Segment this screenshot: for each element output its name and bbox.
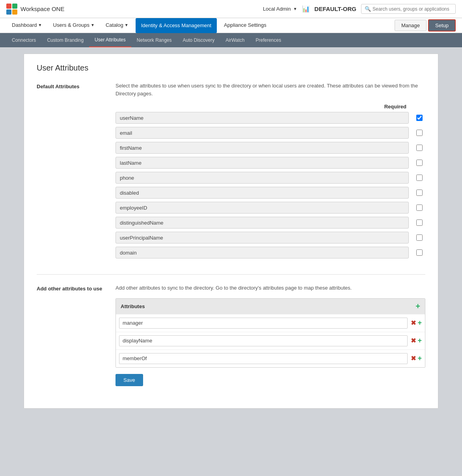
add-attributes-content: Add other attributes to sync to the dire… bbox=[116, 284, 425, 386]
add-attr-row-displayname: ✖ + bbox=[116, 332, 425, 350]
manage-button[interactable]: Manage bbox=[395, 20, 427, 31]
delete-displayname-button[interactable]: ✖ bbox=[411, 337, 416, 344]
checkbox-cell-distinguishedname[interactable] bbox=[414, 219, 425, 226]
add-after-displayname-button[interactable]: + bbox=[417, 337, 422, 345]
nav-iam[interactable]: Identity & Access Management bbox=[136, 18, 217, 33]
checkbox-cell-phone[interactable] bbox=[414, 175, 425, 181]
checkbox-distinguishedname[interactable] bbox=[416, 219, 423, 226]
search-input[interactable] bbox=[373, 6, 452, 12]
primary-nav: Dashboard ▼ Users & Groups ▼ Catalog ▼ I… bbox=[0, 18, 462, 33]
top-bar: Workspace ONE Local Admin ▼ 📊 DEFAULT-OR… bbox=[0, 0, 462, 18]
attr-row-username bbox=[116, 112, 425, 124]
checkbox-disabled[interactable] bbox=[416, 190, 423, 196]
default-attributes-section: Default Attributes Select the attributes… bbox=[37, 82, 425, 262]
chevron-down-icon: ▼ bbox=[91, 23, 95, 27]
add-attributes-label: Add other attributes to use bbox=[37, 284, 116, 386]
chart-icon: 📊 bbox=[302, 5, 310, 13]
page-title: User Attributes bbox=[37, 63, 425, 73]
add-attribute-header-button[interactable]: + bbox=[415, 302, 420, 311]
attr-required-header: Required bbox=[116, 104, 425, 110]
attr-row-distinguishedname bbox=[116, 217, 425, 229]
add-attr-input-memberof[interactable] bbox=[119, 353, 408, 364]
checkbox-employeeid[interactable] bbox=[416, 205, 423, 211]
attr-input-lastname bbox=[116, 157, 409, 169]
search-box[interactable]: 🔍 bbox=[361, 4, 456, 14]
app-logo bbox=[6, 4, 17, 15]
save-button[interactable]: Save bbox=[116, 374, 143, 386]
top-bar-left: Workspace ONE bbox=[6, 4, 64, 15]
checkbox-cell-lastname[interactable] bbox=[414, 160, 425, 166]
checkbox-lastname[interactable] bbox=[416, 160, 423, 166]
attr-input-employeeid bbox=[116, 202, 409, 214]
checkbox-email[interactable] bbox=[416, 130, 423, 136]
app-title: Workspace ONE bbox=[20, 6, 64, 12]
attr-input-userprincipalname bbox=[116, 232, 409, 244]
chevron-down-icon: ▼ bbox=[38, 23, 42, 27]
attr-row-domain bbox=[116, 247, 425, 258]
add-attributes-section: Add other attributes to use Add other at… bbox=[37, 284, 425, 386]
add-attributes-desc: Add other attributes to sync to the dire… bbox=[116, 284, 425, 292]
attr-input-phone bbox=[116, 172, 409, 184]
admin-link[interactable]: Local Admin ▼ bbox=[263, 6, 297, 12]
checkbox-domain[interactable] bbox=[416, 249, 423, 256]
add-attr-header-label: Attributes bbox=[121, 303, 145, 309]
default-attributes-label: Default Attributes bbox=[37, 82, 116, 262]
sec-nav-preferences[interactable]: Preferences bbox=[250, 33, 287, 47]
secondary-nav: Connectors Custom Branding User Attribut… bbox=[0, 33, 462, 47]
add-attr-actions-memberof: ✖ + bbox=[411, 354, 422, 363]
default-attributes-content: Select the attributes to use when users … bbox=[116, 82, 425, 262]
sec-nav-connectors[interactable]: Connectors bbox=[6, 33, 41, 47]
delete-memberof-button[interactable]: ✖ bbox=[411, 355, 416, 362]
checkbox-cell-domain[interactable] bbox=[414, 249, 425, 256]
checkbox-cell-firstname[interactable] bbox=[414, 145, 425, 151]
attr-input-distinguishedname bbox=[116, 217, 409, 229]
add-after-memberof-button[interactable]: + bbox=[417, 354, 422, 363]
delete-manager-button[interactable]: ✖ bbox=[411, 319, 416, 327]
content-outer: User Attributes Default Attributes Selec… bbox=[0, 47, 462, 476]
nav-catalog[interactable]: Catalog ▼ bbox=[100, 18, 134, 33]
attr-row-lastname bbox=[116, 157, 425, 169]
org-name: DEFAULT-ORG bbox=[315, 6, 356, 12]
chevron-down-icon: ▼ bbox=[125, 23, 129, 27]
checkbox-cell-username[interactable] bbox=[414, 115, 425, 121]
attr-input-email bbox=[116, 127, 409, 139]
nav-users-groups[interactable]: Users & Groups ▼ bbox=[48, 18, 100, 33]
attr-row-email bbox=[116, 127, 425, 139]
admin-dropdown-icon: ▼ bbox=[293, 7, 297, 11]
add-attr-table-header: Attributes + bbox=[116, 299, 425, 314]
checkbox-phone[interactable] bbox=[416, 175, 423, 181]
checkbox-userprincipalname[interactable] bbox=[416, 234, 423, 241]
checkbox-username[interactable] bbox=[416, 115, 423, 121]
setup-button[interactable]: Setup bbox=[428, 19, 456, 32]
attr-input-domain bbox=[116, 247, 409, 258]
sec-nav-network-ranges[interactable]: Network Ranges bbox=[131, 33, 177, 47]
top-bar-right: Local Admin ▼ 📊 DEFAULT-ORG 🔍 bbox=[263, 4, 456, 14]
checkbox-firstname[interactable] bbox=[416, 145, 423, 151]
add-attr-row-memberof: ✖ + bbox=[116, 350, 425, 367]
nav-appliance[interactable]: Appliance Settings bbox=[218, 18, 272, 33]
attr-row-disabled bbox=[116, 187, 425, 199]
checkbox-cell-employeeid[interactable] bbox=[414, 205, 425, 211]
default-attributes-desc: Select the attributes to use when users … bbox=[116, 82, 425, 97]
add-attr-input-manager[interactable] bbox=[119, 318, 408, 329]
checkbox-cell-email[interactable] bbox=[414, 130, 425, 136]
nav-dashboard[interactable]: Dashboard ▼ bbox=[6, 18, 48, 33]
search-icon: 🔍 bbox=[365, 6, 371, 12]
sec-nav-custom-branding[interactable]: Custom Branding bbox=[41, 33, 89, 47]
checkbox-cell-disabled[interactable] bbox=[414, 190, 425, 196]
nav-right: Manage Setup bbox=[395, 19, 456, 32]
add-after-manager-button[interactable]: + bbox=[417, 319, 422, 327]
admin-label: Local Admin bbox=[263, 6, 291, 12]
attr-input-firstname bbox=[116, 142, 409, 154]
checkbox-cell-userprincipalname[interactable] bbox=[414, 234, 425, 241]
sec-nav-user-attributes[interactable]: User Attributes bbox=[89, 33, 131, 47]
attr-row-firstname bbox=[116, 142, 425, 154]
section-divider bbox=[37, 274, 425, 275]
add-attr-actions-displayname: ✖ + bbox=[411, 337, 422, 345]
add-attr-actions-manager: ✖ + bbox=[411, 319, 422, 327]
add-attr-table: Attributes + ✖ + bbox=[116, 298, 425, 368]
sec-nav-airwatch[interactable]: AirWatch bbox=[220, 33, 250, 47]
add-attr-input-displayname[interactable] bbox=[119, 335, 408, 346]
attr-row-employeeid bbox=[116, 202, 425, 214]
sec-nav-auto-discovery[interactable]: Auto Discovery bbox=[177, 33, 220, 47]
